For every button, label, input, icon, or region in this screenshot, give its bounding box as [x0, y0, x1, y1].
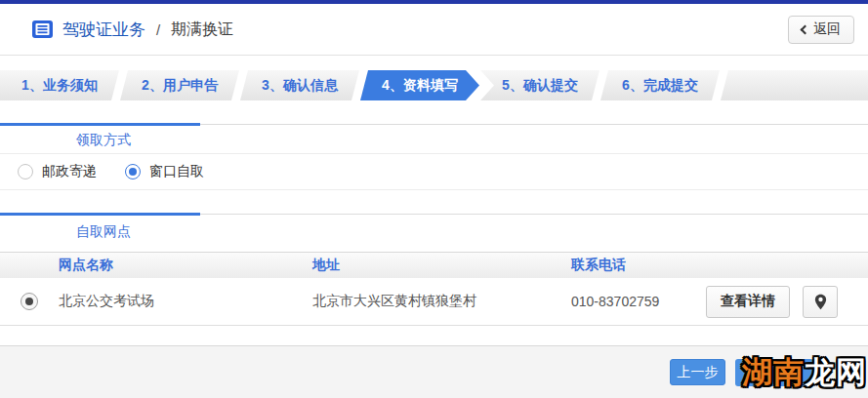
- back-button[interactable]: 返回: [788, 16, 854, 44]
- row-radio-cell: [0, 293, 59, 310]
- cell-location-name: 北京公交考试场: [59, 293, 312, 310]
- header: 驾驶证业务 / 期满换证 返回: [0, 4, 868, 56]
- previous-step-button[interactable]: 上一步: [670, 359, 725, 385]
- step-label: 5、确认提交: [502, 77, 578, 93]
- radio-unselected-icon: [18, 164, 33, 179]
- row-radio-selected-icon[interactable]: [21, 293, 38, 310]
- view-details-button[interactable]: 查看详情: [706, 286, 790, 318]
- page: 驾驶证业务 / 期满换证 返回 1、业务须知 2、用户申告 3、确认信息 4、资…: [0, 0, 868, 398]
- tab-accent-underline: [0, 213, 200, 216]
- locations-table-header: 网点名称 地址 联系电话: [0, 252, 868, 278]
- radio-option-label: 窗口自取: [149, 163, 204, 180]
- step-label: 6、完成提交: [622, 77, 698, 93]
- step-label: 4、资料填写: [382, 77, 458, 93]
- location-table-row: 北京公交考试场 北京市大兴区黄村镇狼堡村 010-83702759 查看详情: [0, 278, 868, 326]
- step-wizard: 1、业务须知 2、用户申告 3、确认信息 4、资料填写 5、确认提交 6、完成提…: [0, 70, 868, 100]
- service-category-title: 驾驶证业务: [62, 19, 145, 41]
- page-title: 期满换证: [171, 20, 233, 40]
- pickup-method-options: 邮政寄递 窗口自取: [0, 154, 868, 190]
- step-6-complete-submit[interactable]: 6、完成提交: [600, 70, 720, 100]
- step-label: 3、确认信息: [262, 77, 338, 93]
- pickup-method-section: 领取方式 邮政寄递 窗口自取: [0, 124, 868, 190]
- radio-option-postal-delivery[interactable]: 邮政寄递: [18, 163, 97, 180]
- radio-option-label: 邮政寄递: [42, 163, 97, 180]
- map-pin-icon: [814, 294, 827, 310]
- step-2-user-declaration[interactable]: 2、用户申告: [120, 70, 239, 100]
- breadcrumb: 驾驶证业务 / 期满换证: [31, 19, 233, 41]
- breadcrumb-separator: /: [156, 21, 160, 38]
- cell-location-phone: 010-83702759: [571, 294, 698, 309]
- pickup-method-tab-rule: [0, 124, 868, 125]
- step-label: 1、业务须知: [21, 77, 98, 93]
- step-1-business-notice[interactable]: 1、业务须知: [0, 70, 119, 100]
- radio-option-window-pickup[interactable]: 窗口自取: [125, 163, 204, 180]
- footer-bar: 上一步: [0, 345, 868, 398]
- header-cell-phone: 联系电话: [571, 257, 698, 274]
- next-step-button-obscured[interactable]: [735, 359, 813, 386]
- chevron-left-icon: [801, 24, 810, 34]
- pickup-method-title: 领取方式: [0, 125, 868, 154]
- map-pin-button[interactable]: [803, 286, 838, 318]
- tab-accent-underline: [0, 123, 200, 126]
- step-4-fill-materials-active[interactable]: 4、资料填写: [360, 70, 479, 100]
- cell-location-address: 北京市大兴区黄村镇狼堡村: [312, 293, 571, 310]
- header-cell-address: 地址: [312, 257, 571, 274]
- pickup-locations-section: 自取网点 网点名称 地址 联系电话 北京公交考试场 北京市大兴区黄村镇狼堡村 0…: [0, 214, 868, 326]
- step-3-confirm-info[interactable]: 3、确认信息: [240, 70, 359, 100]
- step-wizard-filler: [721, 70, 868, 100]
- header-cell-name: 网点名称: [59, 257, 312, 274]
- pickup-locations-title: 自取网点: [0, 215, 868, 252]
- service-list-icon: [31, 20, 54, 39]
- back-button-label: 返回: [813, 20, 841, 38]
- step-label: 2、用户申告: [142, 77, 218, 93]
- radio-selected-icon: [125, 164, 141, 179]
- step-5-confirm-submit[interactable]: 5、确认提交: [480, 70, 599, 100]
- row-actions-cell: 查看详情: [698, 286, 868, 318]
- pickup-locations-tab-rule: [0, 214, 868, 215]
